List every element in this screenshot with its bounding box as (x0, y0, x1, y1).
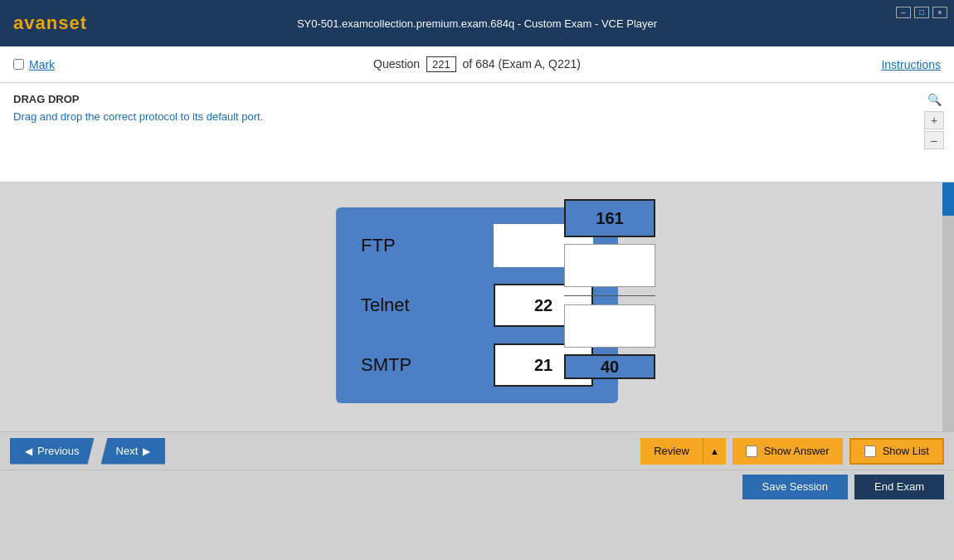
bottom-toolbar: ◀ Previous Next ▶ Review ▲ Show Answer S… (0, 431, 954, 470)
next-arrow-icon: ▶ (143, 446, 150, 457)
drag-drop-area: FTP Telnet 22 SMTP 21 161 40 (0, 183, 954, 431)
show-answer-button[interactable]: Show Answer (733, 438, 843, 465)
question-number-badge: 221 (426, 56, 456, 72)
logo-accent: set (58, 12, 87, 33)
review-group: Review ▲ (640, 438, 726, 465)
vertical-scrollbar[interactable] (942, 183, 954, 431)
minimize-button[interactable]: – (896, 7, 911, 18)
show-answer-group: Show Answer (733, 438, 843, 465)
close-button[interactable]: × (932, 7, 947, 18)
search-icon[interactable]: 🔍 (924, 90, 944, 110)
title-bar: avanset SY0-501.examcollection.premium.e… (0, 0, 954, 46)
review-dropdown-button[interactable]: ▲ (703, 438, 726, 465)
previous-label: Previous (37, 445, 80, 457)
show-list-button[interactable]: Show List (849, 438, 944, 465)
next-label: Next (116, 445, 139, 457)
show-list-check-icon (864, 446, 876, 457)
drag-item-partial[interactable]: 40 (564, 354, 655, 379)
ftp-label: FTP (361, 235, 436, 256)
window-controls: – □ × (896, 7, 947, 18)
prev-arrow-icon: ◀ (25, 446, 32, 457)
show-answer-label: Show Answer (764, 445, 830, 457)
action-row: Save Session End Exam (0, 470, 954, 503)
zoom-controls: 🔍 + – (924, 90, 944, 149)
zoom-in-button[interactable]: + (924, 111, 944, 129)
ftp-row: FTP (361, 224, 593, 267)
scrollbar-thumb[interactable] (942, 183, 954, 216)
drag-items-container: 161 40 (564, 199, 655, 379)
show-list-group: Show List (849, 438, 944, 465)
mark-label[interactable]: Mark (29, 58, 55, 71)
content-area: DRAG DROP Drag and drop the correct prot… (0, 83, 954, 183)
next-button[interactable]: Next ▶ (101, 438, 166, 465)
zoom-out-button[interactable]: – (924, 131, 944, 149)
separator-line (564, 295, 655, 296)
telnet-label: Telnet (361, 295, 436, 316)
drag-item-161[interactable]: 161 (564, 199, 655, 237)
question-header: Mark Question 221 of 684 (Exam A, Q221) … (0, 46, 954, 83)
smtp-label: SMTP (361, 354, 436, 376)
app-logo: avanset (13, 12, 87, 34)
review-button[interactable]: Review (640, 438, 703, 465)
save-session-button[interactable]: Save Session (742, 475, 849, 499)
drag-drop-instruction: Drag and drop the correct protocol to it… (13, 110, 941, 123)
show-answer-check-icon (746, 446, 757, 457)
end-exam-button[interactable]: End Exam (854, 475, 944, 499)
window-title: SY0-501.examcollection.premium.exam.684q… (297, 17, 657, 30)
question-label: Question (373, 57, 420, 71)
mark-check-input[interactable] (13, 59, 24, 70)
question-info: Question 221 of 684 (Exam A, Q221) (373, 56, 581, 72)
instructions-link[interactable]: Instructions (881, 58, 941, 71)
mark-checkbox[interactable]: Mark (13, 58, 55, 71)
drag-item-empty-1[interactable] (564, 244, 655, 287)
show-list-label: Show List (883, 445, 929, 457)
logo-text-1: avan (13, 12, 58, 33)
drag-drop-label: DRAG DROP (13, 93, 941, 105)
telnet-row: Telnet 22 (361, 284, 593, 327)
question-of-text: of 684 (Exam A, Q221) (463, 57, 581, 71)
previous-button[interactable]: ◀ Previous (10, 438, 95, 465)
smtp-row: SMTP 21 (361, 343, 593, 387)
maximize-button[interactable]: □ (914, 7, 929, 18)
drag-item-empty-2[interactable] (564, 304, 655, 348)
